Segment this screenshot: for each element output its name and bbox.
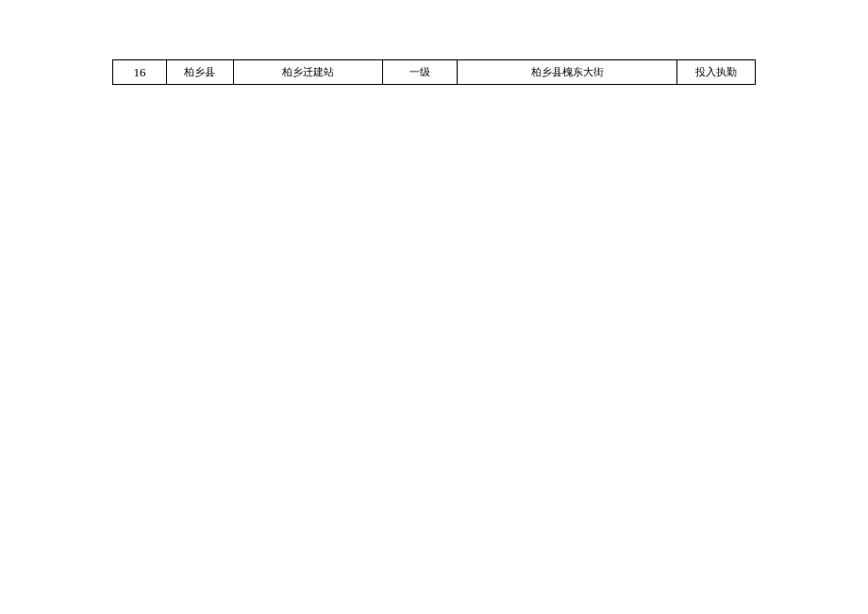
- data-table: 16 柏乡县 柏乡迁建站 一级 柏乡县槐东大街 投入执勤: [112, 59, 756, 85]
- cell-level: 一级: [382, 60, 458, 85]
- cell-address: 柏乡县槐东大街: [458, 60, 677, 85]
- cell-status: 投入执勤: [677, 60, 756, 85]
- data-table-container: 16 柏乡县 柏乡迁建站 一级 柏乡县槐东大街 投入执勤: [112, 59, 756, 85]
- cell-station: 柏乡迁建站: [233, 60, 382, 85]
- cell-number: 16: [113, 60, 167, 85]
- table-row: 16 柏乡县 柏乡迁建站 一级 柏乡县槐东大街 投入执勤: [113, 60, 756, 85]
- cell-county: 柏乡县: [166, 60, 233, 85]
